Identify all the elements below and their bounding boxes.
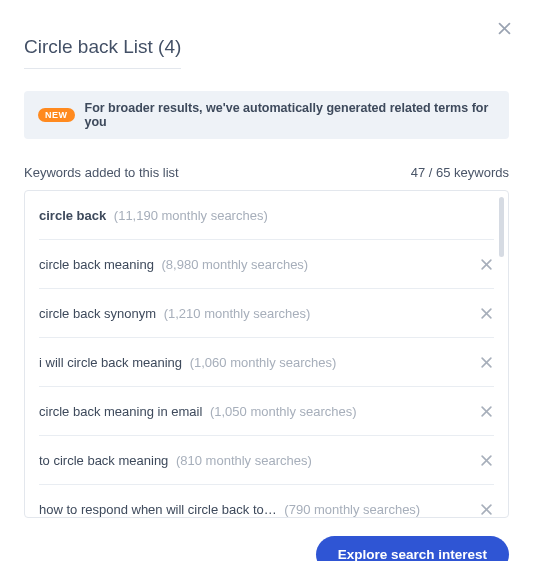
modal-title: Circle back List (4) <box>24 36 181 69</box>
keyword-term: circle back synonym <box>39 306 156 321</box>
meta-row: Keywords added to this list 47 / 65 keyw… <box>24 165 509 180</box>
remove-keyword-button[interactable] <box>479 257 494 272</box>
info-banner: NEW For broader results, we've automatic… <box>24 91 509 139</box>
keyword-stat: (1,050 monthly searches) <box>206 404 356 419</box>
banner-text: For broader results, we've automatically… <box>85 101 496 129</box>
keyword-list: circle back (11,190 monthly searches)cir… <box>24 190 509 518</box>
keyword-row: circle back meaning (8,980 monthly searc… <box>39 240 494 289</box>
keyword-text: circle back (11,190 monthly searches) <box>39 208 494 223</box>
keyword-term: circle back <box>39 208 106 223</box>
keyword-text: circle back meaning in email (1,050 mont… <box>39 404 479 419</box>
close-icon <box>479 404 494 419</box>
keyword-text: to circle back meaning (810 monthly sear… <box>39 453 479 468</box>
modal-footer: Explore search interest <box>24 536 509 561</box>
keyword-row: how to respond when will circle back to…… <box>39 485 494 518</box>
keyword-stat: (8,980 monthly searches) <box>158 257 308 272</box>
keyword-text: circle back meaning (8,980 monthly searc… <box>39 257 479 272</box>
keyword-row: circle back meaning in email (1,050 mont… <box>39 387 494 436</box>
close-icon <box>479 502 494 517</box>
keyword-text: i will circle back meaning (1,060 monthl… <box>39 355 479 370</box>
close-icon <box>479 257 494 272</box>
remove-keyword-button[interactable] <box>479 404 494 419</box>
keyword-term: circle back meaning <box>39 257 154 272</box>
close-icon <box>479 355 494 370</box>
keyword-row: circle back synonym (1,210 monthly searc… <box>39 289 494 338</box>
keyword-stat: (1,060 monthly searches) <box>186 355 336 370</box>
keyword-term: circle back meaning in email <box>39 404 202 419</box>
keyword-row: i will circle back meaning (1,060 monthl… <box>39 338 494 387</box>
keyword-text: circle back synonym (1,210 monthly searc… <box>39 306 479 321</box>
close-icon <box>479 453 494 468</box>
explore-button[interactable]: Explore search interest <box>316 536 509 561</box>
new-badge: NEW <box>38 108 75 122</box>
remove-keyword-button[interactable] <box>479 502 494 517</box>
remove-keyword-button[interactable] <box>479 306 494 321</box>
keyword-stat: (11,190 monthly searches) <box>110 208 268 223</box>
keyword-row: to circle back meaning (810 monthly sear… <box>39 436 494 485</box>
keyword-text: how to respond when will circle back to…… <box>39 502 479 517</box>
close-icon <box>496 20 513 37</box>
keyword-row: circle back (11,190 monthly searches) <box>39 191 494 240</box>
keyword-term: to circle back meaning <box>39 453 168 468</box>
remove-keyword-button[interactable] <box>479 355 494 370</box>
meta-count: 47 / 65 keywords <box>411 165 509 180</box>
remove-keyword-button[interactable] <box>479 453 494 468</box>
keyword-stat: (1,210 monthly searches) <box>160 306 310 321</box>
close-modal-button[interactable] <box>496 20 513 37</box>
close-icon <box>479 306 494 321</box>
scrollbar-thumb[interactable] <box>499 197 504 257</box>
keyword-term: how to respond when will circle back to… <box>39 502 277 517</box>
keyword-stat: (790 monthly searches) <box>281 502 420 517</box>
keyword-list-modal: Circle back List (4) NEW For broader res… <box>0 0 533 561</box>
keyword-term: i will circle back meaning <box>39 355 182 370</box>
keyword-stat: (810 monthly searches) <box>172 453 311 468</box>
meta-left-label: Keywords added to this list <box>24 165 179 180</box>
